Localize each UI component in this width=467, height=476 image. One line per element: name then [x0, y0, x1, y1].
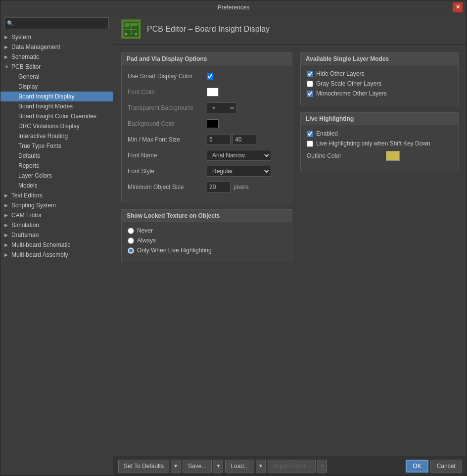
- outline-color-swatch[interactable]: [386, 151, 400, 161]
- single-layer-section-title: Available Single Layer Modes: [301, 53, 458, 65]
- search-input[interactable]: [4, 17, 109, 29]
- preferences-window: Preferences ✕ 🔍 ▶ System ▶ Data Manageme…: [0, 0, 467, 476]
- sidebar-item-draftsman[interactable]: ▶ Draftsman: [0, 230, 113, 240]
- sidebar-item-label: Multi-board Schematic: [11, 241, 109, 248]
- right-panel: Available Single Layer Modes Hide Other …: [300, 52, 459, 448]
- footer: Set To Defaults ▼ Save... ▼ Load... ▼ Im…: [113, 456, 467, 476]
- sidebar-item-label: Display: [18, 83, 109, 90]
- smart-display-checkbox[interactable]: [207, 73, 213, 80]
- sidebar-item-board-insight-display[interactable]: Board Insight Display: [0, 92, 113, 101]
- sidebar-item-label: General: [18, 73, 109, 80]
- font-color-swatch[interactable]: [207, 88, 219, 96]
- sidebar-item-label: Data Management: [11, 44, 109, 50]
- sidebar-item-label: Draftsman: [11, 232, 109, 238]
- monochrome-row: Monochrome Other Layers: [307, 90, 452, 97]
- gray-scale-label: Gray Scale Other Layers: [316, 80, 381, 87]
- sidebar-item-layer-colors[interactable]: Layer Colors: [0, 171, 113, 181]
- sidebar-item-label: Text Editors: [11, 192, 109, 199]
- show-locked-section-body: Never Always Only When Live Highlighting: [122, 222, 292, 262]
- load-button[interactable]: Load...: [225, 460, 254, 473]
- set-to-defaults-button[interactable]: Set To Defaults: [118, 460, 169, 473]
- sidebar-item-schematic[interactable]: ▶ Schematic: [0, 52, 113, 62]
- sidebar-item-pcb-editor[interactable]: ▼ PCB Editor: [0, 62, 113, 72]
- pad-via-section-body: Use Smart Display Color Font Color Trans…: [122, 65, 292, 202]
- sidebar-item-interactive-routing[interactable]: Interactive Routing: [0, 131, 113, 141]
- sidebar-item-system[interactable]: ▶ System: [0, 32, 113, 42]
- min-object-size-input[interactable]: [207, 182, 231, 192]
- set-to-defaults-arrow[interactable]: ▼: [171, 460, 181, 473]
- background-color-row: Background Color: [128, 118, 286, 130]
- outline-color-row: Outline Color: [307, 150, 452, 162]
- font-color-label: Font Color: [128, 89, 207, 95]
- gray-scale-checkbox[interactable]: [307, 81, 313, 87]
- cancel-button[interactable]: Cancel: [430, 460, 462, 473]
- sidebar-item-reports[interactable]: Reports: [0, 161, 113, 171]
- single-layer-section: Available Single Layer Modes Hide Other …: [300, 52, 459, 105]
- load-arrow[interactable]: ▼: [256, 460, 266, 473]
- sidebar: 🔍 ▶ System ▶ Data Management ▶ Schematic…: [0, 14, 113, 476]
- font-size-inputs: [207, 134, 256, 145]
- svg-point-5: [125, 33, 127, 35]
- show-locked-section: Show Locked Texture on Objects Never Alw…: [121, 209, 292, 262]
- chevron-right-icon: ▶: [4, 54, 11, 59]
- never-radio[interactable]: [128, 228, 134, 234]
- sidebar-item-text-editors[interactable]: ▶ Text Editors: [0, 190, 113, 200]
- sidebar-item-cam-editor[interactable]: ▶ CAM Editor: [0, 210, 113, 220]
- min-object-size-label: Minimum Object Size: [128, 184, 207, 190]
- shift-key-label: Live Highlighting only when Shift Key Do…: [316, 140, 430, 147]
- show-locked-section-title: Show Locked Texture on Objects: [122, 210, 292, 222]
- sidebar-item-true-type-fonts[interactable]: True Type Fonts: [0, 141, 113, 151]
- sidebar-item-multi-board-schematic[interactable]: ▶ Multi-board Schematic: [0, 240, 113, 250]
- sidebar-item-label: System: [11, 34, 109, 41]
- pcb-icon: [121, 19, 141, 39]
- save-button[interactable]: Save...: [183, 460, 212, 473]
- sidebar-item-multi-board-assembly[interactable]: ▶ Multi-board Assembly: [0, 250, 113, 260]
- always-radio[interactable]: [128, 238, 134, 244]
- sidebar-item-models[interactable]: Models: [0, 181, 113, 190]
- font-style-label: Font Style: [128, 168, 207, 175]
- pixels-label: pixels: [234, 184, 249, 190]
- hide-other-layers-checkbox[interactable]: [307, 71, 313, 77]
- sidebar-item-board-insight-modes[interactable]: Board Insight Modes: [0, 101, 113, 111]
- enabled-checkbox[interactable]: [307, 131, 313, 137]
- chevron-right-icon: ▶: [4, 242, 11, 247]
- font-style-dropdown[interactable]: Regular: [207, 166, 271, 177]
- background-color-swatch[interactable]: [207, 119, 219, 128]
- transparent-background-label: Transparent Background: [128, 104, 207, 111]
- sidebar-item-defaults[interactable]: Defaults: [0, 151, 113, 161]
- never-radio-row: Never: [128, 227, 286, 234]
- font-color-row: Font Color: [128, 86, 286, 98]
- font-name-dropdown[interactable]: Arial Narrow: [207, 150, 271, 161]
- live-highlighting-section: Live Highlighting Enabled Live Highlight…: [300, 112, 459, 171]
- shift-key-checkbox[interactable]: [307, 141, 313, 147]
- always-radio-row: Always: [128, 237, 286, 244]
- hide-other-layers-label: Hide Other Layers: [316, 70, 364, 77]
- chevron-right-icon: ▶: [4, 45, 11, 49]
- sidebar-item-general[interactable]: General: [0, 72, 113, 82]
- font-size-row: Min / Max Font Size: [128, 134, 286, 145]
- min-object-size-row: Minimum Object Size pixels: [128, 181, 286, 193]
- sidebar-item-board-insight-color-overrides[interactable]: Board Insight Color Overrides: [0, 111, 113, 121]
- close-button[interactable]: ✕: [453, 2, 463, 12]
- smart-display-label: Use Smart Display Color: [128, 73, 207, 80]
- max-font-size-input[interactable]: [233, 134, 256, 145]
- sidebar-item-label: Reports: [18, 162, 109, 169]
- min-font-size-input[interactable]: [207, 134, 231, 145]
- import-from-arrow[interactable]: ▼: [317, 460, 327, 473]
- transparent-background-dropdown[interactable]: ▾: [207, 102, 236, 113]
- sidebar-item-drc-violations-display[interactable]: DRC Violations Display: [0, 121, 113, 131]
- sidebar-item-display[interactable]: Display: [0, 82, 113, 92]
- monochrome-checkbox[interactable]: [307, 91, 313, 97]
- ok-button[interactable]: OK: [406, 460, 428, 473]
- save-arrow[interactable]: ▼: [213, 460, 223, 473]
- sidebar-item-simulation[interactable]: ▶ Simulation: [0, 220, 113, 230]
- only-when-label: Only When Live Highlighting: [137, 247, 212, 254]
- font-name-row: Font Name Arial Narrow: [128, 149, 286, 161]
- sidebar-item-scripting-system[interactable]: ▶ Scripting System: [0, 200, 113, 210]
- sidebar-item-data-management[interactable]: ▶ Data Management: [0, 42, 113, 52]
- only-when-radio[interactable]: [128, 247, 134, 254]
- import-from-button[interactable]: Import From...: [268, 460, 316, 473]
- search-icon: 🔍: [7, 20, 14, 27]
- pad-via-section-title: Pad and Via Display Options: [122, 53, 292, 65]
- live-highlighting-section-title: Live Highlighting: [301, 113, 458, 125]
